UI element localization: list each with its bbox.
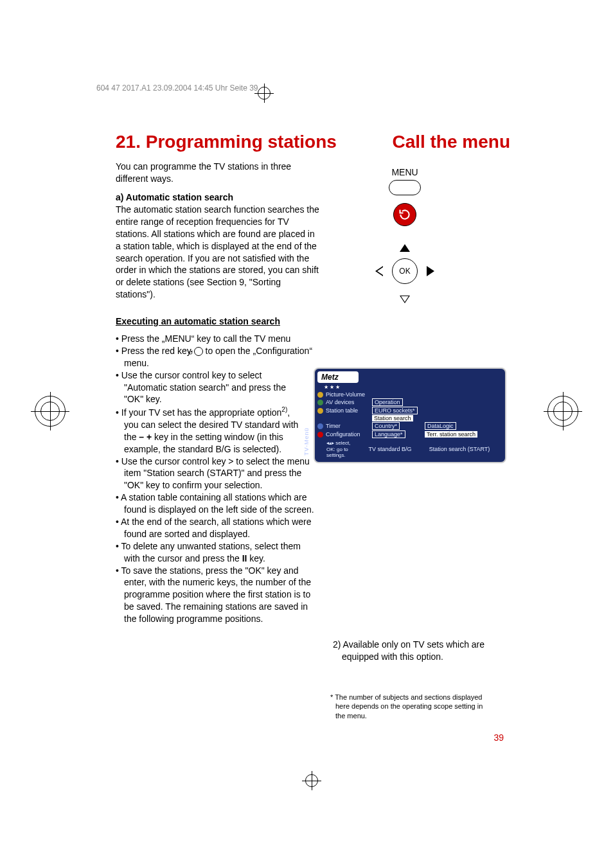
osd-side-label: TV-Menü <box>303 427 310 456</box>
osd-logo: Metz <box>317 371 359 383</box>
nav-pad-icon: OK <box>366 239 443 303</box>
osd-status-left: TV standard B/G <box>364 446 416 452</box>
dot-yellow-icon-2 <box>317 408 323 414</box>
dot-red-icon <box>317 432 323 438</box>
heading-execute: Executing an automatic station search <box>116 316 280 326</box>
dot-yellow-icon <box>317 392 323 398</box>
osd-timer: Timer <box>326 423 372 429</box>
heading-auto-search: a) Automatic station search <box>116 192 233 202</box>
osd-station-table: Station table <box>326 407 372 414</box>
page-number: 39 <box>493 732 504 743</box>
step-1: Press the „MENU“ key to call the TV menu <box>116 333 315 345</box>
title-row: 21. Programming stations Call the menu <box>116 132 510 152</box>
register-mark-top <box>254 84 274 103</box>
osd-av-devices: AV devices <box>326 399 372 405</box>
red-key-icon: ↺ <box>194 347 203 356</box>
osd-terr-search: Terr. station search <box>425 431 477 438</box>
osd-stars: ★ ★ ★ <box>317 384 502 390</box>
osd-status-right: Station search (START) <box>416 446 502 452</box>
osd-station-search: Station search <box>372 415 413 421</box>
paragraph-auto-search: The automatic station search function se… <box>116 204 321 301</box>
register-mark-bottom <box>302 771 321 790</box>
section-title: Call the menu <box>392 132 510 152</box>
footnote-star: * The number of subjects and sections di… <box>330 693 491 720</box>
register-mark-right <box>544 392 582 430</box>
arrow-right-icon <box>427 266 434 276</box>
menu-label: MENU <box>360 167 450 177</box>
dot-green-icon <box>317 400 323 405</box>
osd-menu-screenshot: Metz ★ ★ ★ Picture-Volume AV devices Ope… <box>314 368 506 463</box>
step-3: Use the cursor control key to select "Au… <box>116 369 302 406</box>
chapter-title: 21. Programming stations <box>116 132 337 152</box>
meta-header: 604 47 2017.A1 23.09.2004 14:45 Uhr Seit… <box>96 84 258 93</box>
step-8: To delete any unwanted stations, select … <box>116 540 315 565</box>
ok-button-icon: OK <box>392 258 418 284</box>
osd-hint: ◂▴▸ select, OK: go to settings. <box>317 440 364 459</box>
arrow-up-icon <box>400 244 410 252</box>
step-5: Use the cursor control key > to select t… <box>116 456 315 492</box>
instruction-list: Press the „MENU“ key to call the TV menu… <box>116 333 315 625</box>
dot-blue-icon <box>317 423 323 429</box>
intro-text: You can programme the TV stations in thr… <box>116 161 315 185</box>
remote-graphic: MENU OK <box>360 167 450 303</box>
step-2: Press the red key ↺ to open the „Configu… <box>116 345 315 369</box>
step-7: At the end of the search, all stations w… <box>116 516 315 540</box>
osd-datalogic: DataLogic <box>425 422 456 430</box>
red-button-icon <box>393 203 416 226</box>
register-mark-left <box>31 392 69 430</box>
osd-operation: Operation <box>372 398 403 406</box>
osd-euro-sockets: EURO sockets* <box>372 407 418 414</box>
footnote-2: 2) Available only on TV sets which are e… <box>333 639 493 663</box>
osd-configuration: Configuration <box>326 431 372 438</box>
step-9: To save the stations, press the "OK" key… <box>116 565 315 625</box>
osd-picture-volume: Picture-Volume <box>326 391 372 398</box>
menu-button-icon <box>389 180 421 195</box>
step-6: A station table containing all stations … <box>116 492 315 516</box>
osd-language: Language* <box>372 430 405 438</box>
osd-country: Country* <box>372 422 400 430</box>
step-4: If your TV set has the appropriate optio… <box>116 405 302 455</box>
